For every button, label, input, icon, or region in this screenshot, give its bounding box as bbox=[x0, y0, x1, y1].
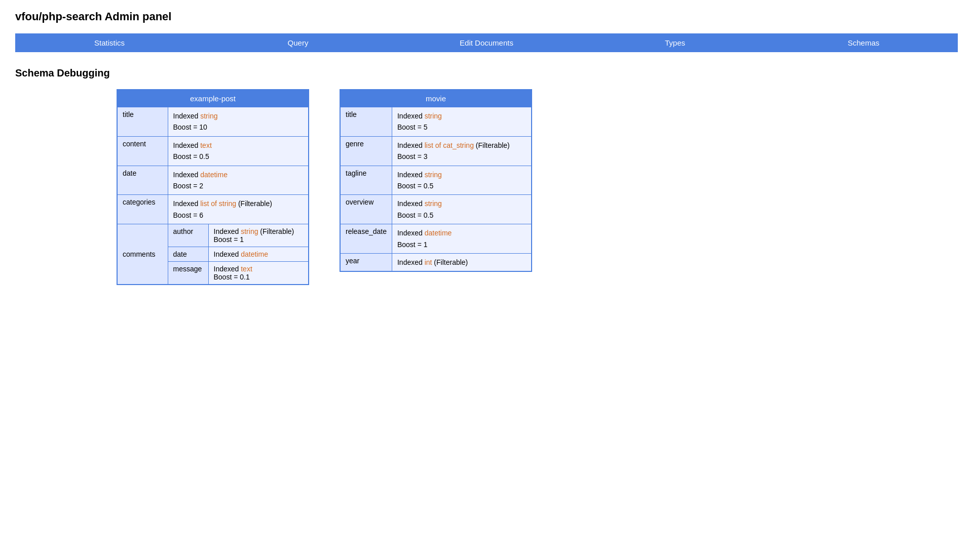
app-title: vfou/php-search Admin panel bbox=[15, 10, 958, 23]
table-row: year Indexed int (Filterable) bbox=[340, 253, 532, 271]
type-label: text bbox=[241, 265, 252, 273]
field-name: title bbox=[117, 107, 168, 137]
field-name: categories bbox=[117, 195, 168, 224]
field-detail: Indexed int (Filterable) bbox=[392, 253, 532, 271]
tab-edit-documents[interactable]: Edit Documents bbox=[392, 33, 581, 52]
type-label: datetime bbox=[200, 171, 228, 179]
page-heading: Schema Debugging bbox=[15, 67, 958, 79]
nested-field-name: date bbox=[168, 247, 208, 262]
field-name: genre bbox=[340, 136, 392, 166]
field-detail: Indexed datetimeBoost = 1 bbox=[392, 224, 532, 254]
type-label: string bbox=[425, 199, 442, 208]
field-name-comments: comments bbox=[117, 224, 168, 285]
table-row: overview Indexed stringBoost = 0.5 bbox=[340, 195, 532, 224]
type-label: datetime bbox=[425, 229, 452, 237]
field-detail: Indexed stringBoost = 10 bbox=[168, 107, 309, 137]
type-label: list of cat_string bbox=[425, 141, 474, 149]
type-label: string bbox=[200, 112, 217, 120]
type-label: string bbox=[425, 171, 442, 179]
nested-field-name: author bbox=[168, 224, 208, 247]
tab-schemas[interactable]: Schemas bbox=[769, 33, 958, 52]
field-name: year bbox=[340, 253, 392, 271]
type-label: int bbox=[425, 258, 432, 266]
table-row: date Indexed datetimeBoost = 2 bbox=[117, 166, 309, 195]
schema-table-example-post: example-post title Indexed stringBoost =… bbox=[117, 89, 309, 285]
type-label: text bbox=[200, 141, 212, 149]
nested-field-detail: Indexed textBoost = 0.1 bbox=[208, 262, 309, 285]
field-detail: Indexed stringBoost = 0.5 bbox=[392, 166, 532, 195]
field-detail: Indexed list of cat_string (Filterable)B… bbox=[392, 136, 532, 166]
field-name: tagline bbox=[340, 166, 392, 195]
table-row: tagline Indexed stringBoost = 0.5 bbox=[340, 166, 532, 195]
nested-field-detail: Indexed datetime bbox=[208, 247, 309, 262]
field-name: content bbox=[117, 136, 168, 166]
table-row: title Indexed stringBoost = 10 bbox=[117, 107, 309, 137]
field-detail: Indexed stringBoost = 5 bbox=[392, 107, 532, 137]
field-name: overview bbox=[340, 195, 392, 224]
type-label: string bbox=[241, 227, 258, 235]
field-detail: Indexed datetimeBoost = 2 bbox=[168, 166, 309, 195]
tab-statistics[interactable]: Statistics bbox=[15, 33, 204, 52]
type-label: datetime bbox=[241, 250, 268, 258]
tab-query[interactable]: Query bbox=[204, 33, 392, 52]
table-row: categories Indexed list of string (Filte… bbox=[117, 195, 309, 224]
type-label: string bbox=[425, 112, 442, 120]
table-row: release_date Indexed datetimeBoost = 1 bbox=[340, 224, 532, 254]
nested-field-detail: Indexed string (Filterable)Boost = 1 bbox=[208, 224, 309, 247]
field-detail: Indexed textBoost = 0.5 bbox=[168, 136, 309, 166]
nav-tabs: Statistics Query Edit Documents Types Sc… bbox=[15, 33, 958, 52]
table-row-comments: comments author Indexed string (Filterab… bbox=[117, 224, 309, 247]
table-row: content Indexed textBoost = 0.5 bbox=[117, 136, 309, 166]
table-row: title Indexed stringBoost = 5 bbox=[340, 107, 532, 137]
nested-field-name: message bbox=[168, 262, 208, 285]
field-detail: Indexed list of string (Filterable)Boost… bbox=[168, 195, 309, 224]
tab-types[interactable]: Types bbox=[581, 33, 769, 52]
field-name: date bbox=[117, 166, 168, 195]
schema-name-example-post: example-post bbox=[117, 90, 309, 107]
schema-table-movie: movie title Indexed stringBoost = 5 genr… bbox=[340, 89, 532, 272]
field-name: release_date bbox=[340, 224, 392, 254]
type-label: list of string bbox=[200, 199, 236, 208]
schema-name-movie: movie bbox=[340, 90, 532, 107]
field-name: title bbox=[340, 107, 392, 137]
table-row: genre Indexed list of cat_string (Filter… bbox=[340, 136, 532, 166]
field-detail: Indexed stringBoost = 0.5 bbox=[392, 195, 532, 224]
schemas-container: example-post title Indexed stringBoost =… bbox=[15, 89, 958, 285]
